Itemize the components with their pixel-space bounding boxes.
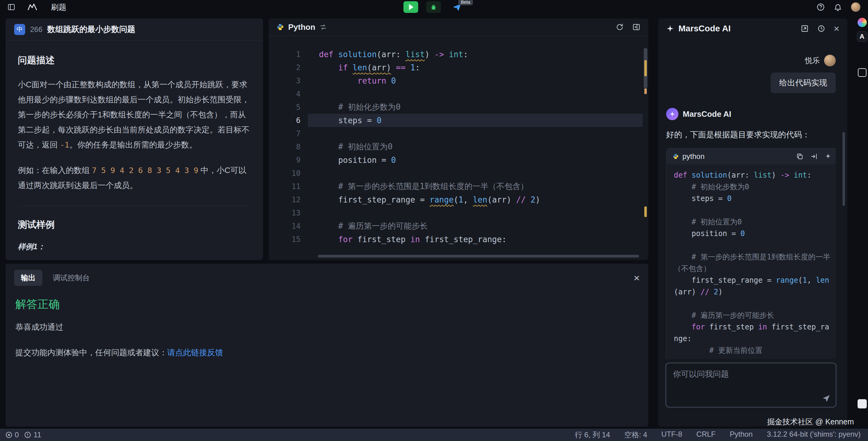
- chat-title: MarsCode AI: [678, 24, 731, 33]
- overview-ruler-mark: [644, 207, 647, 217]
- top-bar: 刷题 Beta: [0, 0, 868, 14]
- play-icon: [409, 4, 413, 10]
- debug-button[interactable]: [426, 1, 441, 13]
- example-paragraph: 例如：在输入的数组 7 5 9 4 2 6 8 3 5 4 3 9 中，小C可以…: [18, 163, 251, 193]
- language-tab[interactable]: Python: [288, 23, 315, 32]
- marscode-ai-avatar: [666, 108, 678, 120]
- status-cursor-position[interactable]: 行 6, 列 14: [575, 430, 610, 440]
- tab-output[interactable]: 输出: [14, 270, 42, 286]
- code-editor-panel: Python 1def solution(arr: list) -> int:2…: [269, 19, 648, 260]
- code-editor[interactable]: 1def solution(arr: list) -> int:2 if len…: [269, 36, 643, 254]
- submit-button[interactable]: Beta: [449, 1, 465, 13]
- user-name: 悦乐: [805, 56, 820, 65]
- sparkle-icon[interactable]: [825, 153, 832, 160]
- copy-code-icon[interactable]: [796, 153, 804, 160]
- output-panel: 输出 调试控制台 × 解答正确 恭喜成功通过 提交功能内测体验中，任何问题或者建…: [5, 264, 648, 427]
- user-message-bubble: 给出代码实现: [771, 72, 836, 93]
- python-icon: [277, 23, 284, 31]
- marscode-ai-panel: MarsCode AI × 悦乐 给出代码实现 MarsCode AI 好的，下…: [658, 19, 847, 427]
- user-avatar: [824, 55, 836, 66]
- problem-id: 266: [30, 25, 42, 34]
- reset-code-icon[interactable]: [616, 23, 624, 31]
- chat-message-list[interactable]: 悦乐 给出代码实现 MarsCode AI 好的，下面是根据题目要求实现的代码：…: [666, 44, 836, 359]
- result-message: 恭喜成功通过: [16, 322, 639, 333]
- extension-swirl-icon[interactable]: [858, 18, 867, 27]
- errors-icon: [5, 432, 12, 438]
- status-eol[interactable]: CRLF: [696, 430, 716, 440]
- python-icon: [673, 153, 679, 159]
- ai-intro-text: 好的，下面是根据题目要求实现的代码：: [666, 129, 836, 140]
- status-indentation[interactable]: 空格: 4: [624, 430, 647, 440]
- problem-title: 数组跳跃的最小步数问题: [47, 24, 135, 35]
- feedback-link[interactable]: 请点此链接反馈: [167, 348, 223, 357]
- editor-vertical-scrollbar[interactable]: [643, 37, 648, 253]
- feedback-text: 提交功能内测体验中，任何问题或者建议：: [16, 348, 167, 357]
- user-message-block: 悦乐 给出代码实现: [666, 55, 836, 93]
- inline-code-minus-one: -1: [60, 140, 69, 149]
- notifications-bell-icon[interactable]: [834, 3, 842, 11]
- feedback-line: 提交功能内测体验中，任何问题或者建议：请点此链接反馈: [16, 347, 639, 358]
- samples-heading: 测试样例: [18, 219, 251, 231]
- send-icon[interactable]: [822, 394, 831, 403]
- example-text: 例如：在输入的数组: [18, 166, 92, 175]
- beta-badge: Beta: [458, 0, 473, 5]
- difficulty-badge: 中: [14, 24, 25, 35]
- status-bar: 0 11 行 6, 列 14 空格: 4 UTF-8 CRLF Python 3…: [0, 429, 868, 441]
- marscode-logo[interactable]: [27, 3, 39, 11]
- nav-item-practice[interactable]: 刷题: [51, 2, 66, 12]
- extension-panel-icon[interactable]: [858, 399, 867, 408]
- description-text-tail: 。你的任务是输出所需的最少步数。: [69, 140, 197, 149]
- ai-message-header: MarsCode AI: [666, 108, 836, 120]
- error-count: 0: [15, 431, 19, 439]
- code-language-label: python: [682, 152, 705, 161]
- overview-ruler-mark: [644, 89, 647, 94]
- warning-count: 11: [33, 431, 41, 439]
- description-paragraph: 小C面对一个由正整数构成的数组，从第一个成员开始跳跃，要求他用最少的步骤数到达数…: [18, 77, 251, 152]
- output-header: 输出 调试控制台 ×: [5, 264, 648, 290]
- open-in-editor-icon[interactable]: [800, 24, 809, 33]
- description-heading: 问题描述: [18, 54, 251, 67]
- problem-panel: 中 266 数组跳跃的最小步数问题 问题描述 小C面对一个由正整数构成的数组，从…: [5, 19, 263, 260]
- code-block-header: python: [666, 149, 836, 164]
- sample1-label: 样例1：: [18, 242, 251, 252]
- chat-input-box[interactable]: [665, 363, 836, 408]
- section-divider: [18, 206, 251, 206]
- layout-split-icon[interactable]: [632, 23, 640, 31]
- overview-ruler-mark: [644, 60, 647, 76]
- ai-code-block: python def solution(arr: list) -> int: #…: [666, 148, 836, 359]
- close-icon[interactable]: ×: [633, 273, 640, 283]
- inline-code-array: 7 5 9 4 2 6 8 3 5 4 3 9: [92, 166, 198, 175]
- help-icon[interactable]: [816, 3, 825, 11]
- problem-header: 中 266 数组跳跃的最小步数问题: [5, 19, 263, 40]
- chat-header: MarsCode AI ×: [658, 19, 847, 39]
- problem-description: 问题描述 小C面对一个由正整数构成的数组，从第一个成员开始跳跃，要求他用最少的步…: [5, 40, 263, 260]
- chat-input[interactable]: [666, 363, 836, 407]
- extension-icon[interactable]: [858, 68, 866, 77]
- result-status: 解答正确: [16, 297, 639, 312]
- editor-tab-bar: Python: [269, 19, 648, 36]
- sidebar-toggle-icon[interactable]: [7, 3, 16, 11]
- community-watermark: 掘金技术社区 @ Kennem: [767, 417, 854, 427]
- browser-extension-strip: A: [856, 14, 868, 429]
- tab-debug-console[interactable]: 调试控制台: [53, 273, 90, 283]
- insert-code-icon[interactable]: [810, 153, 817, 160]
- status-language[interactable]: Python: [730, 430, 753, 440]
- run-button[interactable]: [403, 1, 418, 13]
- ai-name: MarsCode AI: [683, 109, 731, 119]
- warnings-icon: [24, 432, 31, 438]
- status-interpreter[interactable]: 3.12.2 64-bit ('shims': pyenv): [767, 430, 861, 440]
- close-icon[interactable]: ×: [834, 24, 839, 33]
- extension-a-icon[interactable]: A: [857, 31, 867, 42]
- description-text: 小C面对一个由正整数构成的数组，从第一个成员开始跳跃，要求他用最少的步骤数到达数…: [18, 80, 249, 149]
- history-icon[interactable]: [817, 24, 826, 33]
- user-avatar[interactable]: [851, 2, 861, 12]
- editor-horizontal-scrollbar[interactable]: [318, 255, 639, 257]
- status-encoding[interactable]: UTF-8: [661, 430, 682, 440]
- chat-scrollbar[interactable]: [842, 132, 845, 206]
- problems-indicator[interactable]: 0 11: [5, 431, 44, 439]
- bug-icon: [430, 3, 437, 11]
- marscode-star-icon: [666, 25, 674, 33]
- switch-language-icon[interactable]: [319, 23, 327, 31]
- ai-code-content: def solution(arr: list) -> int: # 初始化步数为…: [666, 164, 836, 359]
